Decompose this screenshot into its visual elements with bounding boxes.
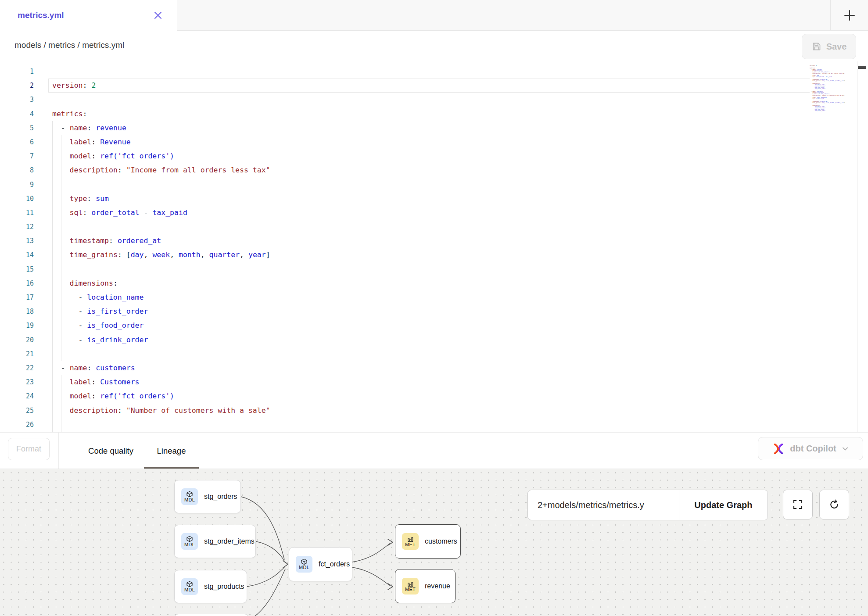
mdl-badge: MDL <box>181 488 198 505</box>
lineage-node-revenue[interactable]: MET revenue <box>395 569 456 603</box>
lineage-canvas[interactable]: MDL stg_orders MDL stg_order_items MDL s… <box>0 469 868 616</box>
code-line[interactable] <box>0 220 810 234</box>
scrollbar-thumb[interactable] <box>858 66 866 69</box>
node-label: stg_products <box>204 583 244 591</box>
code-line[interactable]: version: 2 <box>0 79 810 93</box>
tab-strip-empty <box>177 0 830 31</box>
code-line[interactable]: label: Customers <box>0 375 810 389</box>
model-cube-icon <box>186 536 193 542</box>
code-line[interactable]: dimensions: <box>0 276 810 290</box>
toolbar-divider <box>58 433 59 469</box>
code-line[interactable] <box>0 347 810 361</box>
chevron-down-icon <box>841 445 849 453</box>
graph-selector-input[interactable] <box>528 490 679 520</box>
code-line[interactable]: sql: order_total - tax_paid <box>0 206 810 220</box>
new-tab-button[interactable] <box>830 0 868 31</box>
tab-lineage[interactable]: Lineage <box>144 433 199 469</box>
model-cube-icon <box>186 581 193 587</box>
update-graph-label: Update Graph <box>694 500 752 510</box>
fullscreen-icon <box>792 499 803 510</box>
dbt-copilot-button[interactable]: dbt Copilot <box>758 437 863 460</box>
code-editor[interactable]: 1234567891011121314151617181920212223242… <box>0 61 868 432</box>
format-button[interactable]: Format <box>8 438 50 460</box>
lineage-node-hidden_node[interactable]: MDL <box>174 614 249 616</box>
lineage-node-stg_order_items[interactable]: MDL stg_order_items <box>174 525 256 558</box>
node-label: revenue <box>425 582 450 590</box>
model-cube-icon <box>301 559 308 565</box>
code-line[interactable]: description: "Income from all orders les… <box>0 163 810 177</box>
code-line[interactable]: - location_name <box>0 290 810 304</box>
format-label: Format <box>16 444 41 454</box>
tab-code-quality[interactable]: Code quality <box>72 433 149 469</box>
editor-toolbar: Format Code quality Lineage <box>0 432 868 469</box>
mdl-badge: MDL <box>181 578 198 595</box>
code-line[interactable]: - name: revenue <box>0 121 810 135</box>
code-line[interactable] <box>0 262 810 276</box>
met-badge: MET <box>402 578 419 595</box>
code-line[interactable]: type: sum <box>0 192 810 206</box>
lineage-label: Lineage <box>157 446 186 456</box>
node-label: stg_orders <box>204 493 237 501</box>
code-line[interactable]: timestamp: ordered_at <box>0 234 810 248</box>
lineage-node-stg_products[interactable]: MDL stg_products <box>174 570 247 603</box>
save-label: Save <box>826 42 847 52</box>
code-line[interactable] <box>0 418 810 432</box>
graph-filter-group: Update Graph <box>527 490 768 520</box>
lineage-node-customers[interactable]: MET customers <box>395 524 461 559</box>
minimap[interactable]: version: 2metrics:- name: revenuelabel: … <box>810 64 854 111</box>
code-quality-label: Code quality <box>88 446 133 456</box>
model-cube-icon <box>186 491 193 498</box>
breadcrumb-row: models / metrics / metrics.yml Save <box>0 31 868 61</box>
plus-icon <box>843 9 856 21</box>
code-line[interactable]: metrics: <box>0 107 810 121</box>
save-button[interactable]: Save <box>802 34 856 59</box>
node-label: fct_orders <box>319 560 350 568</box>
code-line[interactable] <box>0 64 810 79</box>
copilot-label: dbt Copilot <box>790 444 836 454</box>
code-line[interactable]: label: Revenue <box>0 135 810 149</box>
save-icon <box>811 41 822 52</box>
editor-right-divider <box>857 61 857 432</box>
mdl-badge: MDL <box>296 556 312 573</box>
met-badge: MET <box>402 533 419 550</box>
node-label: customers <box>425 537 457 545</box>
refresh-icon <box>829 499 840 510</box>
close-icon[interactable] <box>153 11 163 20</box>
code-line[interactable] <box>0 178 810 192</box>
code-line[interactable]: description: "Number of customers with a… <box>0 404 810 418</box>
code-content[interactable]: version: 2metrics:- name: revenuelabel: … <box>0 64 810 432</box>
code-line[interactable]: time_grains: [day, week, month, quarter,… <box>0 248 810 262</box>
fullscreen-button[interactable] <box>783 490 813 519</box>
tab-metrics-yml[interactable]: metrics.yml <box>0 0 177 31</box>
code-line[interactable] <box>0 93 810 107</box>
copilot-sparkle-icon <box>772 442 785 455</box>
breadcrumb: models / metrics / metrics.yml <box>14 40 124 50</box>
code-line[interactable]: - is_first_order <box>0 304 810 319</box>
dbt-ide-window: metrics.yml models / metrics / metrics.y… <box>0 0 868 616</box>
code-line[interactable]: - is_food_order <box>0 319 810 333</box>
lineage-node-stg_orders[interactable]: MDL stg_orders <box>174 480 241 513</box>
metric-chart-icon <box>407 536 414 542</box>
metric-chart-icon <box>407 580 414 587</box>
code-line[interactable]: - is_drink_order <box>0 333 810 347</box>
tab-bar: metrics.yml <box>0 0 868 31</box>
code-line[interactable]: model: ref('fct_orders') <box>0 389 810 403</box>
node-label: stg_order_items <box>204 537 255 545</box>
tab-title: metrics.yml <box>18 11 64 20</box>
refresh-button[interactable] <box>819 490 849 519</box>
mdl-badge: MDL <box>181 533 198 550</box>
code-line[interactable]: model: ref('fct_orders') <box>0 149 810 163</box>
update-graph-button[interactable]: Update Graph <box>679 490 768 520</box>
lineage-node-fct_orders[interactable]: MDL fct_orders <box>289 547 352 581</box>
code-line[interactable]: - name: customers <box>0 361 810 375</box>
